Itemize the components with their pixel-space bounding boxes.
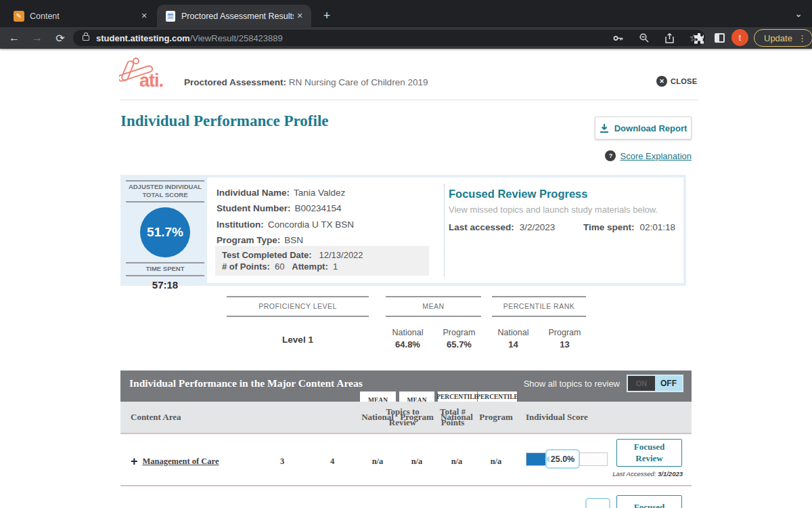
col-pct-program: Program [476,412,516,423]
close-tab-icon[interactable]: ✕ [138,10,150,22]
new-tab-icon[interactable]: + [318,7,336,24]
mean-national: National64.8% [387,328,429,350]
forward-icon[interactable]: → [28,29,46,47]
adjusted-score-column: ADJUSTED INDIVIDUAL TOTAL SCORE 51.7% TI… [126,180,204,291]
pct-program-value: n/a [476,457,516,467]
key-icon[interactable] [612,33,624,44]
pct-national-value: n/a [436,457,477,467]
lock-icon [83,35,89,41]
proficiency-value: Level 1 [227,335,369,345]
focused-review-button[interactable]: Focused Review [616,439,682,467]
percentile-header: PERCENTILE RANK [492,296,586,317]
summary-panel: ADJUSTED INDIVIDUAL TOTAL SCORE 51.7% TI… [120,175,686,286]
svg-text:ati.: ati. [139,70,163,91]
time-spent-value: 57:18 [126,276,204,291]
percentile-program: Program13 [544,328,586,350]
ati-logo: ati. [119,56,166,95]
table-title: Individual Performance in the Major Cont… [129,377,524,389]
topics-to-review-value: 3 [262,457,302,467]
col-individual-score: Individual Score [526,412,588,423]
tab-title: Content [30,12,138,21]
col-pct-national: National [436,412,477,423]
student-number-row: Student Number:B00234154 [217,203,342,213]
header-divider [120,100,698,100]
individual-info-box: Individual Name:Tania Valdez Student Num… [207,177,683,283]
percentile-national: National14 [493,328,535,350]
total-score-badge: 51.7% [140,207,190,257]
back-icon[interactable]: ← [5,29,23,47]
page-title: Individual Performance Profile [120,112,328,130]
time-spent-label: TIME SPENT [126,263,204,275]
close-button[interactable]: ✕ CLOSE [656,76,697,87]
section-divider [444,184,445,276]
test-completed-box: Test Completed Date: 12/13/2022 # of Poi… [215,246,429,276]
expand-plus-icon[interactable]: + [131,455,138,467]
row-last-accessed: Last Accessed: 3/1/2023 [608,470,683,478]
mean-header: MEAN [386,296,481,317]
adjusted-score-label: ADJUSTED INDIVIDUAL TOTAL SCORE [126,182,204,201]
tab-title: Proctored Assessment Results [181,12,294,21]
close-circle-icon: ✕ [656,76,667,87]
focused-review-button[interactable]: Focused [616,495,682,508]
mean-block: MEAN National64.8% Program65.7% [386,296,481,350]
score-callout [585,498,610,508]
col-mean-national: National [357,412,398,423]
extensions-puzzle-icon[interactable] [693,32,705,44]
toggle-label: Show all topics to review [524,379,620,389]
proficiency-level-block: PROFICIENCY LEVEL Level 1 [227,296,369,345]
tab-strip: ✎ Content ✕ Proctored Assessment Results… [0,0,812,27]
document-favicon-icon [166,11,175,22]
update-button[interactable]: Update ⋮ [754,29,812,47]
zoom-icon[interactable] [639,33,650,43]
last-accessed-row: Last accessed:3/2/2023 [449,222,555,232]
download-icon [600,123,609,133]
side-panel-icon[interactable] [715,33,725,43]
table-row: + Management of Care 3 4 n/a n/a n/a n/a… [120,434,692,486]
focused-review-title: Focused Review Progress [449,188,587,200]
program-type-row: Program Type:BSN [217,235,303,245]
browser-toolbar: ← → ⟳ student.atitesting.com/ViewResult/… [0,27,812,49]
fr-time-spent-row: Time spent:02:01:18 [583,222,675,232]
download-report-button[interactable]: Download Report [595,117,692,140]
question-mark-icon: ? [605,150,616,161]
col-content-area: Content Area [131,412,181,423]
share-icon[interactable] [664,33,675,44]
close-tab-icon[interactable]: ✕ [294,10,306,22]
score-explanation[interactable]: ? Score Explanation [602,150,692,161]
mean-program: Program65.7% [438,328,480,350]
percentile-rank-block: PERCENTILE RANK National14 Program13 [492,296,586,350]
page-content: ati. Proctored Assessment: RN Nursing Ca… [0,49,812,508]
reload-icon[interactable]: ⟳ [51,29,69,47]
mean-national-value: n/a [357,457,398,467]
total-points-value: 4 [312,457,353,467]
show-topics-toggle[interactable]: ON OFF [627,375,683,392]
kebab-menu-icon[interactable]: ⋮ [798,33,807,43]
profile-avatar[interactable]: t [731,29,748,46]
url-text: student.atitesting.com/ViewResult/258423… [96,33,283,43]
institution-row: Institution:Concordia U TX BSN [217,219,354,230]
pencil-favicon-icon: ✎ [14,11,24,22]
tab-content[interactable]: ✎ Content ✕ [5,5,156,27]
tab-proctored-results[interactable]: Proctored Assessment Results ✕ [157,5,311,27]
individual-name-row: Individual Name:Tania Valdez [217,188,345,198]
address-bar[interactable]: student.atitesting.com/ViewResult/258423… [73,30,705,46]
table-column-header-row: Content Area Topics to Review Total # Po… [120,402,692,434]
score-callout: 25.0% [545,449,580,469]
assessment-subtitle: Proctored Assessment: RN Nursing Care of… [184,77,428,87]
browser-window: ✎ Content ✕ Proctored Assessment Results… [0,0,812,508]
proficiency-header: PROFICIENCY LEVEL [227,296,369,317]
mean-program-value: n/a [397,457,437,467]
chevron-down-icon[interactable]: ⌄ [794,8,803,19]
score-explanation-link[interactable]: Score Explanation [620,151,692,161]
content-area-link[interactable]: Management of Care [143,457,219,467]
focused-review-subtitle: View missed topics and launch study mate… [449,205,658,215]
col-mean-program: Program [397,412,437,423]
